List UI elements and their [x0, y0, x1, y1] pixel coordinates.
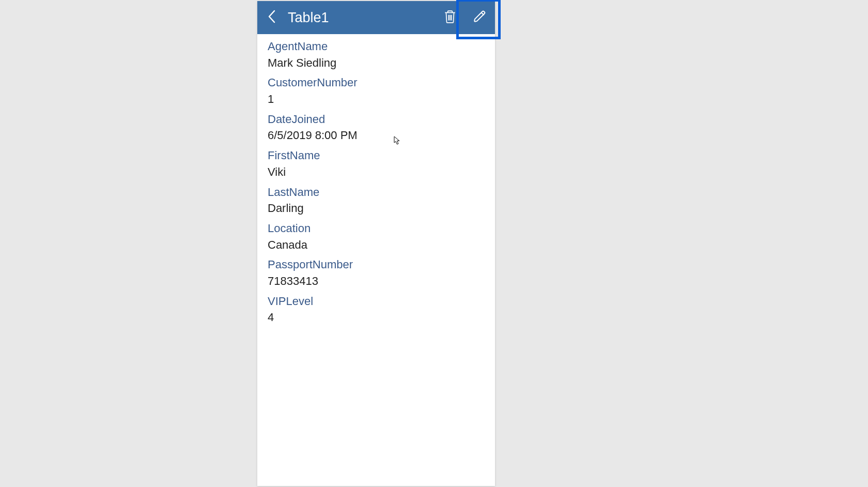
page-title: Table1	[288, 10, 329, 26]
field-label: VIPLevel	[268, 294, 485, 309]
field-value: 6/5/2019 8:00 PM	[268, 128, 485, 144]
field-datejoined: DateJoined 6/5/2019 8:00 PM	[268, 112, 485, 144]
field-agentname: AgentName Mark Siedling	[268, 39, 485, 71]
field-lastname: LastName Darling	[268, 185, 485, 217]
pencil-icon	[473, 9, 487, 26]
field-label: CustomerNumber	[268, 75, 485, 90]
back-button[interactable]	[257, 1, 286, 34]
header-actions	[435, 1, 495, 34]
field-label: Location	[268, 221, 485, 236]
field-label: AgentName	[268, 39, 485, 54]
edit-button[interactable]	[465, 1, 495, 34]
field-value: Darling	[268, 201, 485, 217]
field-value: Canada	[268, 237, 485, 253]
chevron-left-icon	[267, 9, 276, 26]
field-label: LastName	[268, 185, 485, 200]
field-value: 1	[268, 92, 485, 108]
field-value: Viki	[268, 164, 485, 180]
detail-panel: Table1	[257, 1, 495, 486]
field-value: 71833413	[268, 273, 485, 290]
field-label: FirstName	[268, 148, 485, 163]
field-label: PassportNumber	[268, 257, 485, 272]
field-passportnumber: PassportNumber 71833413	[268, 257, 485, 289]
field-label: DateJoined	[268, 112, 485, 127]
field-value: Mark Siedling	[268, 55, 485, 71]
field-value: 4	[268, 310, 485, 326]
field-customernumber: CustomerNumber 1	[268, 75, 485, 107]
trash-icon	[443, 9, 457, 26]
header-bar: Table1	[257, 1, 495, 34]
field-viplevel: VIPLevel 4	[268, 294, 485, 326]
field-firstname: FirstName Viki	[268, 148, 485, 180]
delete-button[interactable]	[435, 1, 465, 34]
field-location: Location Canada	[268, 221, 485, 253]
detail-content: AgentName Mark Siedling CustomerNumber 1…	[257, 34, 495, 336]
